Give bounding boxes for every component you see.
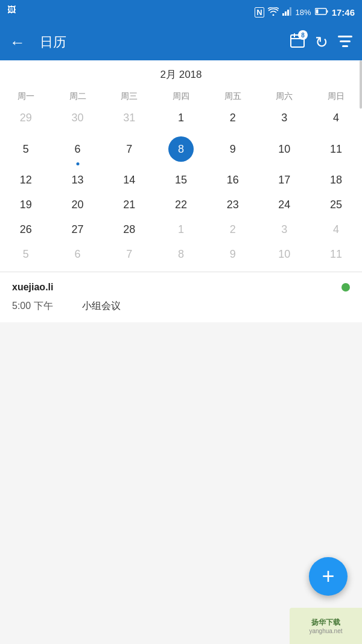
- calendar-day[interactable]: 29: [0, 106, 52, 130]
- owner-name: xuejiao.li: [12, 282, 53, 293]
- back-button[interactable]: ←: [10, 33, 25, 52]
- calendar-day[interactable]: 11: [310, 242, 362, 267]
- calendar-day[interactable]: 19: [0, 193, 52, 217]
- owner-dot: [341, 283, 350, 292]
- svg-rect-5: [316, 9, 318, 13]
- calendar-day[interactable]: 17: [259, 168, 311, 193]
- calendar-day[interactable]: 9: [207, 242, 259, 267]
- svg-rect-6: [326, 10, 328, 13]
- calendar-day[interactable]: 20: [52, 193, 104, 217]
- weekday-sun: 周日: [310, 88, 362, 106]
- app-bar-title: 日历: [40, 33, 280, 51]
- status-bar: 🖼 N 18% 17: [0, 0, 362, 24]
- svg-rect-1: [285, 11, 287, 16]
- calendar-day[interactable]: 11: [310, 130, 362, 168]
- scroll-indicator: [360, 60, 362, 109]
- calendar-day[interactable]: 5: [0, 242, 52, 267]
- event-item[interactable]: 5:00 下午 小组会议: [12, 300, 350, 313]
- calendar-day[interactable]: 1: [155, 217, 207, 242]
- calendar-day[interactable]: 4: [310, 106, 362, 130]
- calendar-day[interactable]: 23: [207, 193, 259, 217]
- calendar-day[interactable]: 18: [310, 168, 362, 193]
- svg-rect-13: [342, 45, 348, 47]
- calendar-day[interactable]: 24: [259, 193, 311, 217]
- weekday-wed: 周三: [103, 88, 155, 106]
- calendar-day[interactable]: 8: [155, 242, 207, 267]
- calendar-day[interactable]: 8: [155, 130, 207, 168]
- watermark: 扬华下载 yanghua.net: [290, 608, 362, 644]
- calendar-day[interactable]: 4: [310, 217, 362, 242]
- fab-add-button[interactable]: +: [309, 557, 348, 596]
- weekday-header-row: 周一 周二 周三 周四 周五 周六 周日: [0, 88, 362, 106]
- calendar-day[interactable]: 26: [0, 217, 52, 242]
- calendar-day[interactable]: 10: [259, 130, 311, 168]
- events-section: xuejiao.li 5:00 下午 小组会议: [0, 272, 362, 322]
- calendar-week-row: 567891011: [0, 242, 362, 267]
- calendar-day[interactable]: 12: [0, 168, 52, 193]
- battery-icon: [315, 8, 328, 17]
- calendar-today-button[interactable]: 8: [290, 33, 305, 52]
- calendar-day[interactable]: 16: [207, 168, 259, 193]
- calendar-day[interactable]: 25: [310, 193, 362, 217]
- calendar-day[interactable]: 9: [207, 130, 259, 168]
- calendar-day[interactable]: 13: [52, 168, 104, 193]
- svg-rect-11: [338, 36, 352, 37]
- event-title: 小组会议: [82, 300, 121, 313]
- calendar-week-row: 2930311234: [0, 106, 362, 130]
- filter-button[interactable]: [338, 33, 352, 52]
- app-bar: ← 日历 8 ↻: [0, 24, 362, 60]
- calendar-day[interactable]: 21: [103, 193, 155, 217]
- calendar-day[interactable]: 2: [207, 106, 259, 130]
- watermark-line1: 扬华下载: [311, 617, 340, 628]
- calendar-week-row: 567891011: [0, 130, 362, 168]
- svg-rect-2: [287, 10, 289, 16]
- calendar-day[interactable]: 31: [103, 106, 155, 130]
- watermark-line2: yanghua.net: [309, 628, 342, 634]
- calendar-week-row: 19202122232425: [0, 193, 362, 217]
- calendar-week-row: 12131415161718: [0, 168, 362, 193]
- weekday-fri: 周五: [207, 88, 259, 106]
- svg-rect-3: [290, 7, 291, 16]
- svg-rect-12: [340, 40, 351, 42]
- calendar-day[interactable]: 14: [103, 168, 155, 193]
- calendar-week-row: 2627281234: [0, 217, 362, 242]
- calendar-day[interactable]: 22: [155, 193, 207, 217]
- weekday-mon: 周一: [0, 88, 52, 106]
- calendar-day[interactable]: 3: [259, 217, 311, 242]
- calendar-container: 2月 2018 周一 周二 周三 周四 周五 周六 周日 29303112345…: [0, 60, 362, 272]
- calendar-day[interactable]: 3: [259, 106, 311, 130]
- calendar-owner: xuejiao.li: [12, 282, 350, 293]
- status-icons: N 18% 17:46: [255, 7, 355, 18]
- battery-text: 18%: [296, 8, 311, 17]
- svg-rect-0: [282, 13, 284, 16]
- calendar-day[interactable]: 30: [52, 106, 104, 130]
- weekday-tue: 周二: [52, 88, 104, 106]
- time-display: 17:46: [332, 7, 355, 18]
- calendar-month-title: 2月 2018: [0, 68, 362, 81]
- weekday-sat: 周六: [259, 88, 311, 106]
- calendar-day[interactable]: 6: [52, 130, 104, 168]
- calendar-day[interactable]: 7: [103, 130, 155, 168]
- calendar-day[interactable]: 2: [207, 217, 259, 242]
- calendar-grid: 周一 周二 周三 周四 周五 周六 周日 2930311234567891011…: [0, 88, 362, 267]
- calendar-badge: 8: [298, 30, 308, 40]
- nfc-icon: N: [255, 7, 264, 18]
- calendar-day[interactable]: 7: [103, 242, 155, 267]
- today-circle: 8: [168, 136, 194, 162]
- event-dot: [76, 162, 79, 165]
- calendar-day[interactable]: 15: [155, 168, 207, 193]
- calendar-day[interactable]: 10: [259, 242, 311, 267]
- calendar-day[interactable]: 6: [52, 242, 104, 267]
- weekday-thu: 周四: [155, 88, 207, 106]
- event-time: 5:00 下午: [12, 300, 53, 313]
- status-bar-left: 🖼: [7, 5, 16, 14]
- calendar-day[interactable]: 27: [52, 217, 104, 242]
- photo-icon: 🖼: [7, 5, 16, 14]
- calendar-day[interactable]: 1: [155, 106, 207, 130]
- calendar-day[interactable]: 5: [0, 130, 52, 168]
- event-separator: [63, 300, 72, 313]
- wifi-icon: [268, 7, 279, 18]
- refresh-button[interactable]: ↻: [315, 33, 328, 52]
- signal-icon: [282, 7, 292, 18]
- calendar-day[interactable]: 28: [103, 217, 155, 242]
